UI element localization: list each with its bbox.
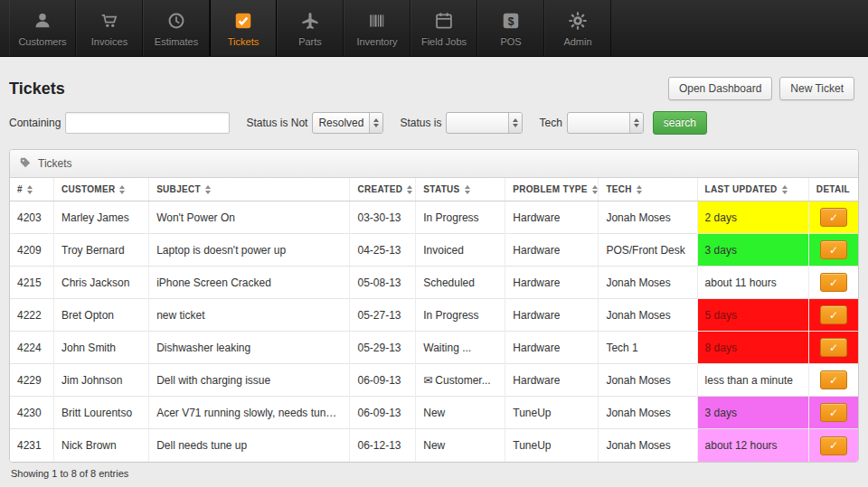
- table-row[interactable]: 4229 Jim Johnson Dell with charging issu…: [10, 364, 858, 397]
- status-is-not-select[interactable]: Resolved: [312, 112, 383, 134]
- ticket-detail-cell: ✓: [808, 332, 858, 364]
- ticket-detail-button[interactable]: ✓: [820, 436, 847, 455]
- ticket-subject: iPhone Screen Cracked: [149, 267, 350, 299]
- ticket-problem-type: Hardware: [505, 234, 599, 267]
- sort-icon: [407, 185, 412, 194]
- nav-item-label: Customers: [18, 36, 66, 47]
- tickets-panel: Tickets #CustomerSubjectCreatedStatusPro…: [9, 149, 859, 463]
- ticket-detail-button[interactable]: ✓: [820, 273, 847, 292]
- ticket-last-updated: 3 days: [697, 397, 808, 429]
- ticket-tech: Jonah Moses: [599, 397, 697, 429]
- table-row[interactable]: 4203 Marley James Won't Power On 03-30-1…: [10, 201, 858, 234]
- ticket-last-updated: 5 days: [697, 299, 808, 332]
- ticket-id: 4231: [10, 429, 54, 462]
- table-row[interactable]: 4224 John Smith Dishwasher leaking 05-29…: [10, 332, 858, 364]
- ticket-subject: Laptop is doesn't power up: [149, 234, 350, 267]
- ticket-status: New: [416, 429, 505, 462]
- ticket-id: 4230: [10, 397, 54, 429]
- panel-header: Tickets: [10, 150, 858, 178]
- search-button[interactable]: search: [653, 111, 707, 135]
- ticket-created: 06-09-13: [350, 364, 416, 397]
- ticket-problem-type: Hardware: [505, 299, 599, 332]
- ticket-last-updated: about 12 hours: [697, 429, 808, 462]
- ticket-customer: Marley James: [54, 201, 149, 234]
- ticket-created: 06-12-13: [350, 429, 416, 462]
- nav-item-parts[interactable]: Parts: [277, 0, 344, 56]
- invoices-icon: [99, 10, 119, 32]
- ticket-status: In Progress: [416, 299, 505, 332]
- customers-icon: [33, 10, 52, 32]
- column-header-detail: Detail: [808, 178, 858, 201]
- nav-item-customers[interactable]: Customers: [9, 0, 76, 56]
- envelope-icon: ✉: [423, 374, 432, 387]
- ticket-problem-type: Hardware: [505, 332, 599, 364]
- ticket-detail-button[interactable]: ✓: [820, 338, 847, 357]
- nav-item-estimates[interactable]: Estimates: [143, 0, 210, 56]
- pos-icon: $: [501, 10, 521, 32]
- ticket-problem-type: TuneUp: [505, 429, 599, 462]
- ticket-last-updated: 8 days: [697, 332, 808, 364]
- ticket-created: 05-27-13: [350, 299, 416, 332]
- ticket-problem-type: TuneUp: [505, 397, 599, 429]
- sort-icon: [465, 185, 470, 194]
- nav-item-tickets[interactable]: Tickets: [210, 0, 277, 56]
- stepper-icon: [369, 113, 382, 133]
- ticket-detail-button[interactable]: ✓: [820, 403, 847, 422]
- column-header-status[interactable]: Status: [416, 178, 505, 201]
- ticket-id: 4215: [10, 267, 54, 299]
- containing-label: Containing: [9, 117, 61, 129]
- tickets-table: #CustomerSubjectCreatedStatusProblem Typ…: [10, 178, 858, 462]
- tech-select[interactable]: [567, 112, 644, 134]
- ticket-detail-button[interactable]: ✓: [820, 305, 847, 324]
- table-row[interactable]: 4209 Troy Bernard Laptop is doesn't powe…: [10, 234, 858, 267]
- nav-item-invoices[interactable]: Invoices: [76, 0, 143, 56]
- ticket-problem-type: Hardware: [505, 364, 599, 397]
- ticket-created: 05-08-13: [350, 267, 416, 299]
- ticket-detail-button[interactable]: ✓: [820, 240, 847, 259]
- status-is-select[interactable]: [446, 112, 523, 134]
- column-header-tech[interactable]: Tech: [599, 178, 697, 201]
- check-icon: ✓: [829, 374, 838, 387]
- open-dashboard-button[interactable]: Open Dashboard: [668, 77, 772, 100]
- fieldjobs-icon: [434, 10, 454, 32]
- ticket-subject: Dell needs tune up: [149, 429, 350, 462]
- page-content: Tickets Open Dashboard New Ticket Contai…: [0, 77, 868, 479]
- table-row[interactable]: 4222 Bret Opton new ticket 05-27-13 In P…: [10, 299, 858, 332]
- table-row[interactable]: 4215 Chris Jackson iPhone Screen Cracked…: [10, 267, 858, 299]
- ticket-customer: Britt Lourentso: [54, 397, 149, 429]
- ticket-status: Waiting ...: [416, 332, 505, 364]
- new-ticket-button[interactable]: New Ticket: [779, 77, 854, 100]
- ticket-id: 4203: [10, 201, 54, 234]
- column-header-problem-type[interactable]: Problem Type: [505, 178, 599, 201]
- nav-item-admin[interactable]: Admin: [544, 0, 611, 56]
- column-header-last-updated[interactable]: Last Updated: [697, 178, 808, 201]
- table-row[interactable]: 4230 Britt Lourentso Acer V71 running sl…: [10, 397, 858, 429]
- nav-item-pos[interactable]: $ POS: [477, 0, 544, 56]
- ticket-detail-button[interactable]: ✓: [820, 370, 847, 389]
- nav-item-inventory[interactable]: Inventory: [344, 0, 410, 56]
- column-header-#[interactable]: #: [10, 178, 54, 201]
- ticket-customer: John Smith: [54, 332, 149, 364]
- entries-summary: Showing 1 to 8 of 8 entries: [9, 468, 859, 479]
- ticket-detail-button[interactable]: ✓: [820, 208, 847, 227]
- ticket-status: ✉Customer...: [416, 364, 505, 397]
- check-icon: ✓: [829, 244, 838, 257]
- containing-input[interactable]: [65, 112, 230, 134]
- ticket-status: In Progress: [416, 201, 505, 234]
- tickets-tbody: 4203 Marley James Won't Power On 03-30-1…: [10, 201, 858, 462]
- nav-item-field-jobs[interactable]: Field Jobs: [410, 0, 477, 56]
- nav-item-label: Admin: [563, 36, 591, 47]
- column-header-subject[interactable]: Subject: [149, 178, 350, 201]
- ticket-status: Invoiced: [416, 234, 505, 267]
- column-header-created[interactable]: Created: [350, 178, 416, 201]
- column-header-customer[interactable]: Customer: [54, 178, 149, 201]
- table-row[interactable]: 4231 Nick Brown Dell needs tune up 06-12…: [10, 429, 858, 462]
- ticket-problem-type: Hardware: [505, 267, 599, 299]
- ticket-detail-cell: ✓: [808, 299, 858, 332]
- page-title: Tickets: [9, 80, 65, 98]
- ticket-subject: Dell with charging issue: [149, 364, 350, 397]
- stepper-icon: [629, 113, 643, 133]
- ticket-last-updated: about 11 hours: [697, 267, 808, 299]
- ticket-customer: Jim Johnson: [54, 364, 149, 397]
- nav-item-label: Invoices: [91, 36, 127, 47]
